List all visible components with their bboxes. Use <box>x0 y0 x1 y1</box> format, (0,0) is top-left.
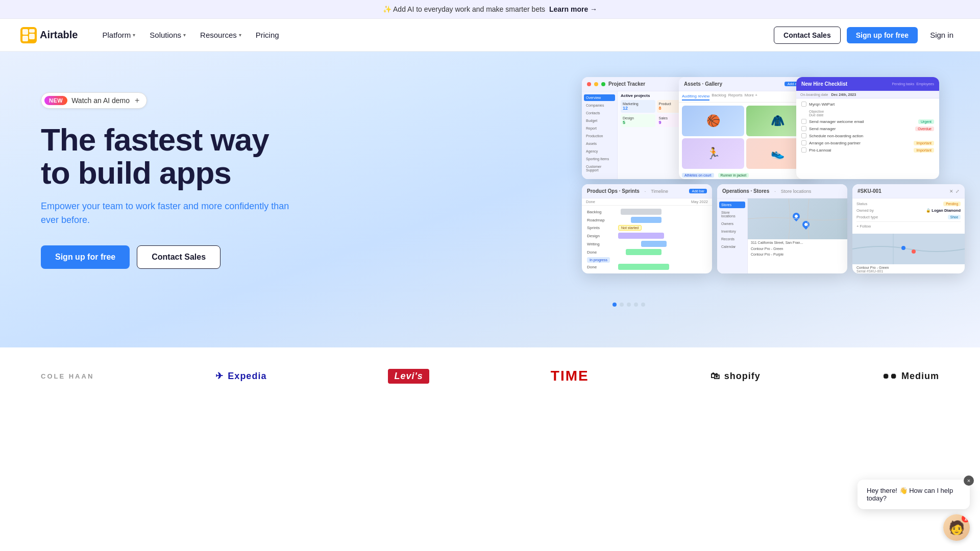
watch-demo-label: Watch an AI demo <box>71 96 130 105</box>
card2-title: Assets · Gallery <box>684 81 722 87</box>
nav-signin-button[interactable]: Sign in <box>924 27 960 43</box>
screenshot-store-locations: Operations · Stores · Store locations St… <box>717 184 847 273</box>
screenshot-assets-gallery: Assets · Gallery Add asset Auditing revi… <box>679 77 812 179</box>
logo-expedia: ✈ Expedia <box>215 370 266 382</box>
svg-rect-4 <box>22 36 28 41</box>
logo-text: Airtable <box>40 29 78 41</box>
hero-content: NEW Watch an AI demo + The fastest way t… <box>41 82 306 269</box>
map-address: 311 California Street, San Fran... <box>748 239 847 246</box>
screenshots-container: Project Tracker Overview Companies Conta… <box>582 77 980 281</box>
hero-subheadline: Empower your team to work faster and mor… <box>41 199 306 227</box>
plus-icon: + <box>135 96 139 105</box>
screenshot-sku-detail: #SKU-001 ✕ ⤢ Status Pending Owned by 🔒 L… <box>852 184 965 273</box>
logo-link[interactable]: Airtable <box>20 27 78 43</box>
card4-title: Product Ops · Sprints <box>587 188 640 194</box>
nav-platform[interactable]: Platform ▾ <box>96 27 141 43</box>
svg-point-6 <box>901 246 905 250</box>
card3-title: New Hire Checklist <box>801 81 847 87</box>
logo-cole-haan: COLE HAAN <box>41 372 94 380</box>
banner-icon: ✨ <box>383 5 391 13</box>
hero-screenshots: Project Tracker Overview Companies Conta… <box>286 82 939 296</box>
nav-links: Platform ▾ Solutions ▾ Resources ▾ Prici… <box>96 27 774 43</box>
banner-text: Add AI to everyday work and make smarter… <box>393 5 545 13</box>
hero-cta-buttons: Sign up for free Contact Sales <box>41 245 306 269</box>
screenshot-new-hire-checklist: New Hire Checklist Pending tasks Employe… <box>796 77 939 179</box>
logo-levis: Levi's <box>388 369 429 384</box>
hero-contact-sales-button[interactable]: Contact Sales <box>137 245 220 269</box>
nav-solutions[interactable]: Solutions ▾ <box>143 27 192 43</box>
shopify-bag-icon: 🛍 <box>710 371 720 382</box>
screenshot-project-tracker: Project Tracker Overview Companies Conta… <box>582 77 694 179</box>
card5-title: Operations · Stores <box>722 188 769 194</box>
nav-resources[interactable]: Resources ▾ <box>194 27 248 43</box>
solutions-chevron-icon: ▾ <box>183 32 186 38</box>
svg-rect-1 <box>22 29 28 35</box>
nav-contact-sales-button[interactable]: Contact Sales <box>774 27 841 44</box>
card1-title: Project Tracker <box>608 81 645 87</box>
card6-title: #SKU-001 <box>857 188 881 194</box>
hero-headline: The fastest way to build apps <box>41 123 306 189</box>
medium-dots-icon: ⏺⏺ <box>882 372 897 380</box>
airtable-logo-icon <box>20 27 37 43</box>
dot-3[interactable] <box>627 303 631 307</box>
logo-shopify: 🛍 shopify <box>710 371 761 382</box>
expedia-plane-icon: ✈ <box>215 370 224 382</box>
nav-actions: Contact Sales Sign up for free Sign in <box>774 27 960 44</box>
logos-section: COLE HAAN ✈ Expedia Levi's TIME 🛍 shopif… <box>0 347 980 405</box>
main-nav: Airtable Platform ▾ Solutions ▾ Resource… <box>0 19 980 52</box>
hero-signup-button[interactable]: Sign up for free <box>41 245 130 269</box>
dot-1[interactable] <box>612 303 617 307</box>
hero-section: NEW Watch an AI demo + The fastest way t… <box>0 52 980 347</box>
svg-point-7 <box>912 249 916 254</box>
screenshot-sprints-timeline: Product Ops · Sprints · Timeline Add bar… <box>582 184 712 273</box>
banner-learn-more-link[interactable]: Learn more → <box>549 5 597 13</box>
logo-time: TIME <box>551 368 589 384</box>
watch-demo-button[interactable]: NEW Watch an AI demo + <box>41 92 147 109</box>
dot-2[interactable] <box>620 303 624 307</box>
announcement-banner: ✨ Add AI to everyday work and make smart… <box>0 0 980 19</box>
logo-medium: ⏺⏺ Medium <box>882 371 939 382</box>
dot-4[interactable] <box>634 303 638 307</box>
svg-rect-3 <box>29 34 35 39</box>
platform-chevron-icon: ▾ <box>133 32 135 38</box>
nav-pricing[interactable]: Pricing <box>250 27 285 43</box>
nav-signup-button[interactable]: Sign up for free <box>847 27 918 43</box>
svg-rect-2 <box>29 29 35 33</box>
resources-chevron-icon: ▾ <box>239 32 241 38</box>
dot-5[interactable] <box>641 303 645 307</box>
new-pill: NEW <box>44 96 67 105</box>
